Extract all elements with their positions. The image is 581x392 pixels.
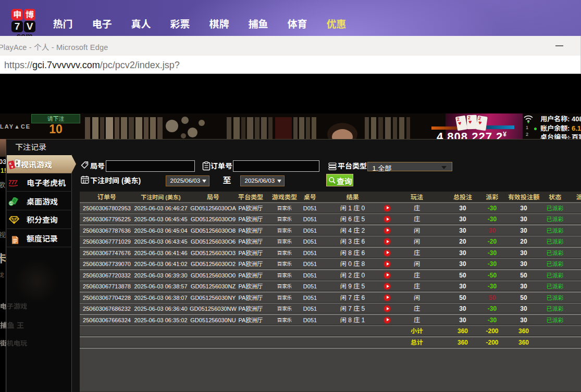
svg-text:777: 777 <box>8 180 17 185</box>
svg-text:$: $ <box>10 202 12 206</box>
